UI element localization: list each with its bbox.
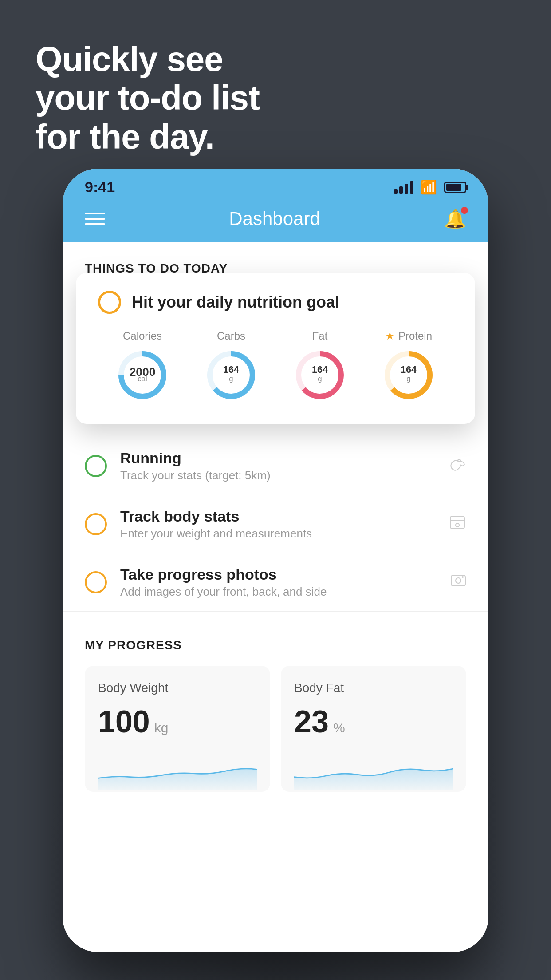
nutrition-card-header: Hit your daily nutrition goal	[98, 291, 453, 314]
body-weight-unit: kg	[154, 720, 169, 735]
hero-text: Quickly see your to-do list for the day.	[35, 40, 260, 156]
star-icon: ★	[385, 330, 395, 342]
svg-text:cal: cal	[138, 375, 147, 383]
body-weight-chart	[98, 755, 257, 790]
wifi-icon: 📶	[421, 179, 437, 195]
nutrition-card-title: Hit your daily nutrition goal	[132, 293, 339, 312]
todo-circle-photos	[85, 571, 107, 593]
nutrition-circles: Calories 2000 cal Carbs	[98, 330, 453, 402]
notification-button[interactable]: 🔔	[444, 209, 466, 229]
svg-point-21	[456, 578, 461, 583]
protein-label: ★ Protein	[385, 330, 432, 342]
nav-bar: Dashboard 🔔	[63, 200, 488, 242]
body-weight-value: 100 kg	[98, 704, 257, 739]
svg-point-19	[456, 523, 459, 527]
body-fat-unit: %	[333, 720, 345, 735]
scale-icon	[449, 514, 466, 534]
calories-label: Calories	[123, 330, 162, 342]
progress-heading: MY PROGRESS	[85, 638, 466, 652]
svg-text:164: 164	[312, 364, 328, 375]
notification-dot	[461, 207, 468, 214]
svg-text:164: 164	[223, 364, 239, 375]
todo-subtitle-running: Track your stats (target: 5km)	[120, 469, 435, 482]
body-fat-chart	[294, 755, 453, 790]
carbs-label: Carbs	[217, 330, 245, 342]
fat-circle-item: Fat 164 g	[293, 330, 346, 402]
progress-cards: Body Weight 100 kg	[85, 666, 466, 792]
svg-text:g: g	[318, 375, 322, 383]
running-icon	[449, 456, 466, 476]
calories-circle-item: Calories 2000 cal	[116, 330, 169, 402]
todo-subtitle-photos: Add images of your front, back, and side	[120, 585, 437, 599]
body-weight-card: Body Weight 100 kg	[85, 666, 270, 792]
phone-shell: 9:41 📶 Dashboard 🔔 THINGS TO DO TODAY	[63, 169, 488, 952]
body-fat-value: 23 %	[294, 704, 453, 739]
nutrition-card: Hit your daily nutrition goal Calories 2…	[76, 273, 475, 424]
signal-icon	[394, 181, 413, 194]
status-icons: 📶	[394, 179, 466, 195]
svg-text:g: g	[406, 375, 410, 383]
protein-circle-item: ★ Protein 164 g	[382, 330, 435, 402]
svg-text:g: g	[229, 375, 233, 383]
todo-item-body-stats[interactable]: Track body stats Enter your weight and m…	[63, 495, 488, 553]
progress-section: MY PROGRESS Body Weight 100 kg	[63, 638, 488, 818]
status-time: 9:41	[85, 178, 115, 196]
body-weight-number: 100	[98, 704, 150, 739]
hero-line1: Quickly see	[35, 40, 260, 79]
hero-line3: for the day.	[35, 118, 260, 156]
content-area: THINGS TO DO TODAY Hit your daily nutrit…	[63, 242, 488, 952]
todo-item-running[interactable]: Running Track your stats (target: 5km)	[63, 437, 488, 495]
fat-label: Fat	[312, 330, 328, 342]
body-fat-title: Body Fat	[294, 681, 453, 695]
status-bar: 9:41 📶	[63, 169, 488, 200]
hero-line2: your to-do list	[35, 79, 260, 117]
todo-title-photos: Take progress photos	[120, 566, 437, 583]
carbs-circle-item: Carbs 164 g	[205, 330, 258, 402]
nav-title: Dashboard	[229, 208, 320, 229]
todo-subtitle-body-stats: Enter your weight and measurements	[120, 527, 435, 541]
todo-content-running: Running Track your stats (target: 5km)	[120, 450, 435, 482]
todo-content-body-stats: Track body stats Enter your weight and m…	[120, 508, 435, 541]
menu-button[interactable]	[85, 213, 105, 225]
body-fat-number: 23	[294, 704, 329, 739]
todo-title-body-stats: Track body stats	[120, 508, 435, 525]
todo-item-photos[interactable]: Take progress photos Add images of your …	[63, 553, 488, 612]
todo-circle-running	[85, 455, 107, 477]
svg-point-16	[458, 459, 460, 462]
photo-icon	[450, 573, 466, 593]
svg-text:164: 164	[401, 364, 417, 375]
body-fat-card: Body Fat 23 %	[281, 666, 466, 792]
battery-icon	[444, 182, 466, 193]
body-weight-title: Body Weight	[98, 681, 257, 695]
todo-circle-body-stats	[85, 513, 107, 535]
svg-point-22	[462, 576, 464, 578]
todo-content-photos: Take progress photos Add images of your …	[120, 566, 437, 599]
nutrition-status-circle	[98, 291, 121, 314]
todo-title-running: Running	[120, 450, 435, 467]
